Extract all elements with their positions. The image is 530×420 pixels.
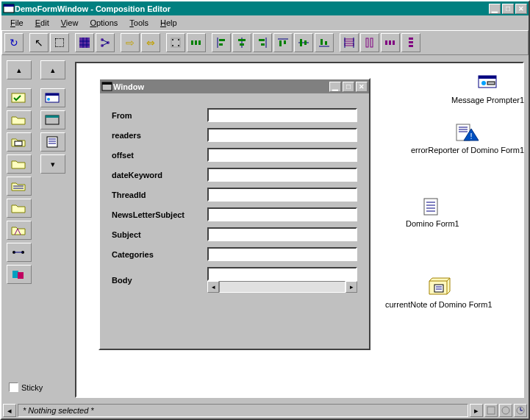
window-icon: [101, 81, 113, 93]
pal-cat-folder3[interactable]: [7, 154, 32, 174]
tb-link1[interactable]: ⇨: [121, 33, 140, 52]
menu-options[interactable]: Options: [84, 17, 123, 29]
tb-dist-vertical[interactable]: [401, 33, 420, 52]
menu-help[interactable]: Help: [154, 17, 183, 29]
inner-minimize[interactable]: [329, 82, 341, 92]
field-offset[interactable]: [207, 148, 357, 162]
tb-link2[interactable]: ⇔: [141, 33, 160, 52]
svg-rect-58: [18, 272, 24, 279]
comp-domino-form[interactable]: Domino Form1: [406, 196, 459, 228]
palette: ▴ ▴ ▾: [4, 60, 70, 391]
maximize-button[interactable]: [502, 4, 514, 14]
field-readers[interactable]: [207, 128, 357, 142]
pal-cat-folder1[interactable]: [7, 110, 32, 129]
inner-maximize[interactable]: [343, 82, 354, 92]
svg-rect-34: [304, 40, 307, 45]
svg-rect-25: [240, 43, 244, 46]
svg-rect-96: [102, 82, 112, 85]
pal-item-form[interactable]: [40, 88, 65, 107]
svg-rect-49: [409, 45, 413, 47]
titlebar[interactable]: DemoFormWindow - Composition Editor: [1, 1, 529, 15]
scroll-left[interactable]: ◂: [207, 281, 219, 293]
inner-title: Window: [113, 82, 144, 91]
menu-edit[interactable]: Edit: [29, 17, 55, 29]
sticky-checkbox[interactable]: [9, 382, 18, 392]
svg-point-16: [178, 45, 179, 46]
menu-view[interactable]: View: [55, 17, 85, 29]
menu-tools[interactable]: Tools: [123, 17, 154, 29]
tb-align-top[interactable]: [273, 33, 293, 52]
tb-refresh[interactable]: ↻: [4, 33, 24, 52]
status-scroll-right[interactable]: ▸: [470, 404, 483, 417]
inner-window[interactable]: Window From readers offset dateKeyword T…: [99, 78, 370, 350]
svg-rect-98: [479, 76, 496, 79]
window-title: DemoFormWindow - Composition Editor: [15, 4, 171, 13]
pal-cat-folder5[interactable]: [7, 199, 32, 218]
status-icon-3[interactable]: [514, 404, 527, 417]
label-body: Body: [112, 276, 207, 285]
pal-scroll-up-2[interactable]: ▴: [40, 60, 65, 79]
pal-scroll-down-2[interactable]: ▾: [40, 154, 65, 174]
minimize-button[interactable]: [489, 4, 501, 14]
field-datekeyword[interactable]: [207, 168, 357, 182]
svg-rect-44: [385, 40, 387, 45]
tb-align-middle-v[interactable]: [294, 33, 313, 52]
svg-rect-114: [487, 407, 495, 414]
close-button[interactable]: [515, 4, 527, 14]
status-icon-2[interactable]: [499, 404, 512, 417]
tb-select[interactable]: [50, 33, 69, 52]
svg-text:!: !: [470, 132, 473, 140]
pal-cat-checks[interactable]: [7, 88, 32, 107]
canvas[interactable]: Window From readers offset dateKeyword T…: [75, 62, 524, 398]
field-subject[interactable]: [207, 227, 357, 241]
tb-pointer[interactable]: ↖: [29, 33, 49, 52]
svg-rect-63: [46, 115, 59, 118]
tb-tree[interactable]: [96, 33, 115, 52]
svg-rect-19: [198, 40, 201, 45]
svg-rect-100: [487, 82, 495, 85]
tb-dist-h[interactable]: [187, 33, 206, 52]
comp-current-note[interactable]: currentNote of Domino Form1: [385, 277, 493, 309]
status-scroll-left[interactable]: ◂: [3, 404, 16, 417]
tb-snap[interactable]: [166, 33, 185, 52]
pal-cat-folder4[interactable]: [7, 177, 32, 196]
field-categories[interactable]: [207, 247, 357, 261]
svg-rect-51: [15, 141, 22, 146]
toolbar: ↻ ↖ ⇨ ⇔: [1, 30, 529, 55]
tb-dist-horizontal[interactable]: [381, 33, 400, 52]
tb-same-width[interactable]: [340, 33, 359, 52]
tb-align-center-h[interactable]: [232, 33, 251, 52]
label-from: From: [112, 111, 207, 120]
svg-rect-48: [409, 41, 413, 43]
pal-item-doc[interactable]: [40, 132, 65, 152]
tb-same-height[interactable]: [360, 33, 379, 52]
field-threadid[interactable]: [207, 188, 357, 202]
pal-cat-folder2[interactable]: [7, 132, 32, 152]
svg-rect-106: [424, 199, 437, 215]
inner-close[interactable]: [356, 82, 368, 92]
inner-titlebar[interactable]: Window: [100, 79, 369, 93]
comp-message-prompter[interactable]: Message Prompter1: [451, 72, 524, 104]
label-offset: offset: [112, 151, 207, 160]
tb-align-right[interactable]: [253, 33, 272, 52]
pal-cat-folder6[interactable]: [7, 221, 32, 240]
body-scrollbar[interactable]: ◂ ▸: [207, 281, 357, 293]
scroll-track[interactable]: [219, 281, 345, 293]
tb-align-left[interactable]: [212, 33, 231, 52]
label-categories: Categories: [112, 250, 207, 259]
tb-align-bottom[interactable]: [315, 33, 334, 52]
comp-domino-form-label: Domino Form1: [406, 219, 459, 228]
field-body[interactable]: [207, 267, 357, 281]
menu-file[interactable]: FFileile: [4, 17, 29, 29]
tb-grid[interactable]: [75, 33, 94, 52]
status-icon-1[interactable]: [484, 404, 498, 417]
svg-point-99: [481, 81, 486, 85]
pal-item-panel[interactable]: [40, 110, 65, 129]
pal-cat-parts[interactable]: [7, 265, 32, 284]
field-newsletter[interactable]: [207, 207, 357, 221]
comp-error-reporter[interactable]: ! errorReporter of Domino Form1: [411, 122, 524, 154]
pal-cat-connectors[interactable]: [7, 243, 32, 262]
scroll-right[interactable]: ▸: [345, 281, 357, 293]
pal-scroll-up[interactable]: ▴: [7, 60, 32, 79]
field-from[interactable]: [207, 108, 357, 122]
